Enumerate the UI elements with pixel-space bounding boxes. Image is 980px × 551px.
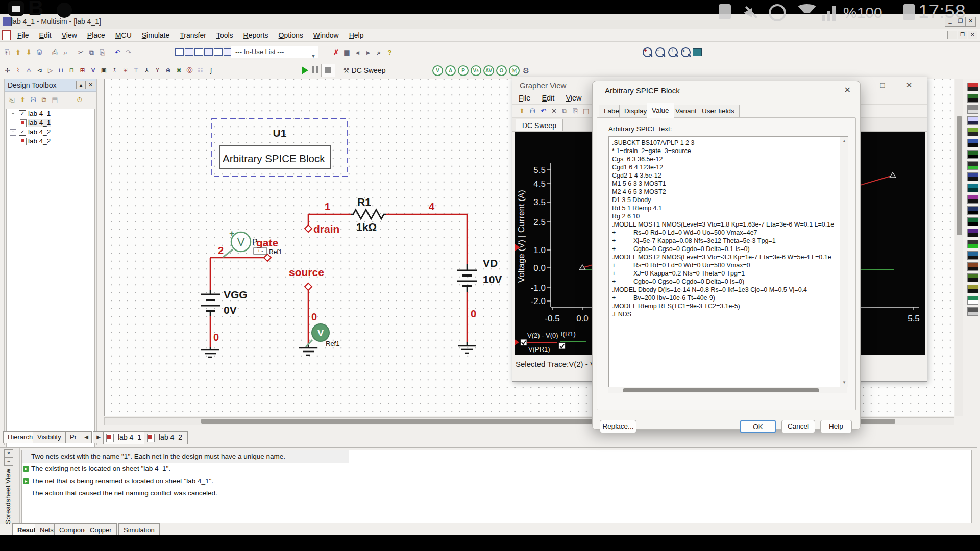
mdi-restore[interactable]: ❐ xyxy=(958,31,967,39)
result-message[interactable]: The action that caused the net naming co… xyxy=(22,487,971,499)
menu-place[interactable]: Place xyxy=(82,31,110,39)
spice-hscrollbar[interactable] xyxy=(608,387,847,393)
power-probe-icon[interactable]: P xyxy=(458,65,469,76)
copy-icon[interactable]: ⧉ xyxy=(560,107,570,115)
instrument-icon-0[interactable] xyxy=(967,83,978,91)
open-design-icon[interactable]: ⬆ xyxy=(18,95,28,104)
grapher-menu-file[interactable]: File xyxy=(519,94,536,102)
menu-reports[interactable]: Reports xyxy=(238,31,274,39)
tree-expander[interactable]: − xyxy=(10,111,16,117)
checkbox-checked-icon[interactable]: ✓ xyxy=(19,110,26,117)
cmos-icon[interactable]: ⊓ xyxy=(67,66,77,75)
redo-icon[interactable]: ↷ xyxy=(124,48,133,57)
paste-icon[interactable]: ⎘ xyxy=(571,107,580,115)
result-message[interactable]: ▸The existing net is located on sheet "l… xyxy=(22,463,971,475)
grapher-close-button[interactable]: ✕ xyxy=(902,80,916,91)
transistor-icon[interactable]: ⊲ xyxy=(35,66,44,75)
indicator-icon[interactable]: ▣ xyxy=(99,66,109,75)
instrument-icon-16[interactable] xyxy=(967,262,978,271)
active-analysis-label[interactable]: DC Sweep xyxy=(352,66,386,74)
advanced-peripherals-icon[interactable]: ⊤ xyxy=(131,66,141,75)
instrument-icon-15[interactable] xyxy=(967,251,978,260)
show-grid-icon[interactable] xyxy=(175,48,184,56)
delete-icon[interactable]: ✕ xyxy=(549,107,559,115)
tree-item-sheet[interactable]: lab 4_1 xyxy=(28,119,51,127)
spreadsheet-tab-simulation[interactable]: Simulation xyxy=(118,523,160,536)
grapher-menu-edit[interactable]: Edit xyxy=(542,94,560,102)
show-border-icon[interactable] xyxy=(185,48,193,56)
menu-help[interactable]: Help xyxy=(344,31,369,39)
instrument-icon-7[interactable] xyxy=(967,161,978,170)
open-icon[interactable]: ⬆ xyxy=(517,107,527,115)
print-preview-icon[interactable]: ⌕ xyxy=(61,48,70,57)
recent-icon[interactable]: ⏱ xyxy=(75,95,84,104)
dialog-button-ok[interactable]: OK xyxy=(740,420,776,433)
menu-transfer[interactable]: Transfer xyxy=(175,31,211,39)
instrument-icon-4[interactable] xyxy=(967,128,978,136)
print-icon[interactable]: ⎙ xyxy=(50,48,60,57)
voltage-vs-probe-icon[interactable]: AV xyxy=(483,65,494,76)
new-icon[interactable]: ⎗ xyxy=(3,48,12,57)
show-page-bounds-icon[interactable] xyxy=(194,48,203,56)
tabs-scroll-left[interactable]: ◀ xyxy=(81,431,92,443)
find-icon[interactable]: ⌕ xyxy=(374,48,384,57)
source-icon[interactable]: ✢ xyxy=(3,66,12,75)
dialog-tab-value[interactable]: Value xyxy=(647,103,674,118)
spreadsheet-tab-copper-layers[interactable]: Copper layers xyxy=(85,523,117,536)
tree-item-sheet[interactable]: lab 4_2 xyxy=(28,137,51,145)
pause-button[interactable] xyxy=(311,66,318,75)
dialog-close-icon[interactable]: ✕ xyxy=(844,85,851,95)
ttl-icon[interactable]: ⊔ xyxy=(56,66,66,75)
mdi-minimize[interactable]: _ xyxy=(947,31,957,39)
stop-button[interactable] xyxy=(321,64,335,77)
zoom-fit-icon[interactable]: ⌕ xyxy=(681,47,691,57)
analog-icon[interactable]: ▷ xyxy=(45,66,55,75)
instrument-icon-2[interactable] xyxy=(967,105,978,114)
electromechanical-icon[interactable]: Y xyxy=(153,66,162,75)
open-sample-icon[interactable]: ⬇ xyxy=(24,48,34,57)
save-icon[interactable]: ⛁ xyxy=(35,48,44,57)
basic-icon[interactable]: ⌇ xyxy=(13,66,23,75)
menu-window[interactable]: Window xyxy=(308,31,344,39)
current-probe-icon[interactable]: A xyxy=(445,65,456,76)
save-icon[interactable]: ⛁ xyxy=(29,95,38,104)
spreadsheet-minimize-button[interactable]: – xyxy=(4,458,13,466)
probe-settings-icon[interactable]: ⚙ xyxy=(521,66,531,75)
dialog-button-help[interactable]: Help xyxy=(820,420,852,433)
canvas-vscrollbar[interactable] xyxy=(955,79,963,416)
zoom-out-icon[interactable]: − xyxy=(655,47,665,57)
tab-dc-sweep[interactable]: DC Sweep xyxy=(516,119,563,131)
fullscreen-icon[interactable] xyxy=(693,48,702,56)
grapher-maximize-button[interactable]: □ xyxy=(876,80,889,91)
menu-view[interactable]: View xyxy=(57,31,82,39)
toolbox-close-button[interactable]: ✕ xyxy=(86,81,95,89)
diode-icon[interactable]: ⨹ xyxy=(24,66,34,75)
toolbox-tab-visibility[interactable]: Visibility xyxy=(33,431,66,443)
run-icon[interactable] xyxy=(302,66,308,74)
power-icon[interactable]: ⫱ xyxy=(110,66,119,75)
misc-icon[interactable]: ⌹ xyxy=(120,66,130,75)
instrument-icon-13[interactable] xyxy=(967,229,978,237)
tree-expander[interactable]: − xyxy=(10,129,16,136)
spreadsheet-close-button[interactable]: ✕ xyxy=(4,449,13,458)
diff-voltage-probe-icon[interactable]: V± xyxy=(471,65,481,76)
bus-icon[interactable]: ʃ xyxy=(206,66,216,75)
spice-vscrollbar[interactable]: ▲ ▼ xyxy=(840,137,848,387)
open-icon[interactable]: ⬆ xyxy=(13,48,23,57)
menu-simulate[interactable]: Simulate xyxy=(137,31,175,39)
instrument-icon-11[interactable] xyxy=(967,206,978,215)
menu-tools[interactable]: Tools xyxy=(211,31,238,39)
result-message[interactable]: Two nets exist with the name "1". Each n… xyxy=(22,450,349,463)
instrument-icon-18[interactable] xyxy=(967,285,978,293)
back-annotate-icon[interactable]: ◂ xyxy=(353,48,362,57)
menu-options[interactable]: Options xyxy=(274,31,308,39)
close-button[interactable]: ✕ xyxy=(965,17,976,27)
erc-icon[interactable]: ✗ xyxy=(331,48,341,57)
tree-item-design[interactable]: lab 4_2 xyxy=(28,128,51,136)
instrument-icon-6[interactable] xyxy=(967,150,978,159)
forward-annotate-icon[interactable]: ▸ xyxy=(363,48,373,57)
grapher-menu-view[interactable]: View xyxy=(566,94,587,102)
save-icon[interactable]: ⛁ xyxy=(528,107,537,115)
instrument-icon-5[interactable] xyxy=(967,139,978,147)
new-window-icon[interactable]: ⧉ xyxy=(39,95,49,104)
